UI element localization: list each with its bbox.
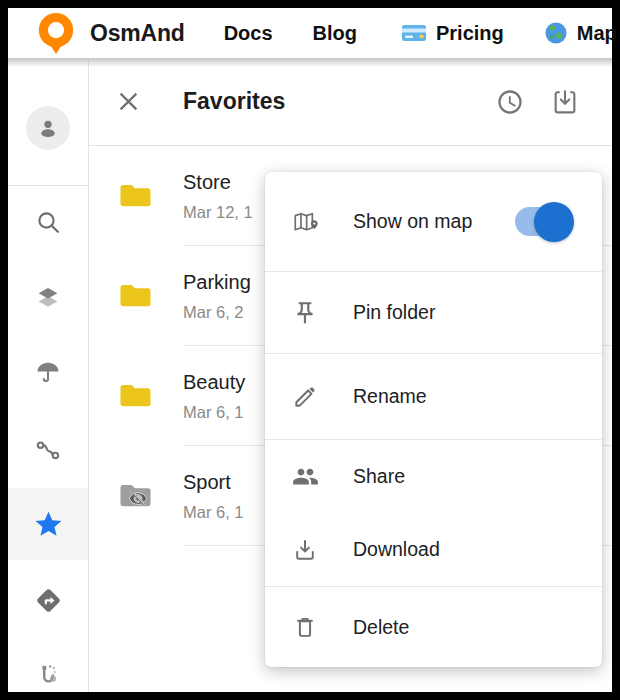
menu-item-label: Share: [353, 465, 405, 488]
sidebar-item-tracks[interactable]: [8, 437, 88, 465]
menu-item-label: Pin folder: [353, 301, 435, 324]
top-navbar: OsmAnd Docs Blog Pricing: [8, 8, 612, 58]
nav-link-blog[interactable]: Blog: [313, 22, 357, 45]
menu-section: Delete: [265, 587, 602, 667]
push-pin-icon: [292, 300, 320, 326]
menu-item-label: Download: [353, 538, 440, 561]
map-pin-icon: [292, 209, 320, 235]
menu-item-show-on-map[interactable]: Show on map: [265, 172, 602, 271]
show-on-map-toggle[interactable]: [515, 207, 572, 236]
layers-icon: [34, 284, 62, 312]
header-actions: [496, 88, 579, 116]
credit-card-icon: [401, 23, 427, 43]
directions-icon: [34, 586, 63, 615]
plan-route-icon: [35, 660, 62, 687]
route-track-icon: [34, 437, 62, 465]
sidebar-item-plan-route[interactable]: [8, 660, 88, 687]
umbrella-icon: [34, 359, 62, 387]
sidebar-item-favorites[interactable]: [8, 509, 88, 540]
sidebar-item-navigation[interactable]: [8, 586, 88, 615]
folder-date: Mar 6, 1: [183, 501, 244, 523]
folder-hidden-icon: [89, 481, 183, 511]
close-icon[interactable]: [115, 88, 142, 115]
menu-item-share[interactable]: Share: [265, 440, 602, 513]
menu-section: Show on map: [265, 172, 602, 272]
folder-icon: [89, 181, 183, 211]
folder-text: Beauty Mar 6, 1: [183, 369, 245, 423]
menu-item-label: Delete: [353, 616, 409, 639]
folder-text: Parking Mar 6, 2: [183, 269, 251, 323]
trash-icon: [292, 614, 320, 640]
clock-icon[interactable]: [496, 88, 524, 116]
nav-link-map[interactable]: Map: [544, 21, 617, 45]
folder-date: Mar 6, 1: [183, 401, 245, 423]
folder-context-menu: Show on map Pin folder: [265, 172, 602, 667]
avatar: [26, 106, 70, 150]
menu-section: Share Download: [265, 440, 602, 587]
nav-link-docs[interactable]: Docs: [224, 22, 273, 45]
menu-item-delete[interactable]: Delete: [265, 587, 602, 667]
sidebar-divider: [8, 185, 88, 186]
people-icon: [292, 464, 320, 490]
osmand-logo-icon[interactable]: [35, 10, 77, 56]
menu-item-pin-folder[interactable]: Pin folder: [265, 272, 602, 353]
folder-name: Parking: [183, 269, 251, 296]
folder-name: Beauty: [183, 369, 245, 396]
person-icon: [35, 115, 61, 141]
toggle-knob: [534, 202, 574, 242]
folder-name: Sport: [183, 469, 244, 496]
menu-item-rename[interactable]: Rename: [265, 354, 602, 439]
folder-name: Store: [183, 169, 253, 196]
import-file-icon[interactable]: [551, 88, 579, 116]
menu-section: Pin folder: [265, 272, 602, 354]
globe-icon: [544, 21, 568, 45]
menu-item-download[interactable]: Download: [265, 513, 602, 586]
folder-date: Mar 6, 2: [183, 301, 251, 323]
search-icon: [35, 209, 62, 236]
star-icon: [33, 509, 64, 540]
folder-icon: [89, 381, 183, 411]
pencil-icon: [292, 384, 320, 410]
app-window: OsmAnd Docs Blog Pricing: [0, 0, 620, 700]
download-tray-icon: [292, 537, 320, 563]
sidebar-item-search[interactable]: [8, 209, 88, 236]
menu-item-label: Show on map: [353, 210, 472, 233]
folder-icon: [89, 281, 183, 311]
brand-name[interactable]: OsmAnd: [90, 20, 185, 47]
nav-link-pricing[interactable]: Pricing: [401, 22, 504, 45]
folder-text: Store Mar 12, 1: [183, 169, 253, 223]
menu-item-label: Rename: [353, 385, 427, 408]
sidebar-item-account[interactable]: [8, 106, 88, 150]
page-title: Favorites: [183, 88, 285, 115]
menu-section: Rename: [265, 354, 602, 440]
panel-header: Favorites: [89, 58, 612, 146]
folder-date: Mar 12, 1: [183, 201, 253, 223]
sidebar: [8, 58, 89, 692]
sidebar-item-weather[interactable]: [8, 359, 88, 387]
sidebar-item-map-layers[interactable]: [8, 284, 88, 312]
folder-text: Sport Mar 6, 1: [183, 469, 244, 523]
